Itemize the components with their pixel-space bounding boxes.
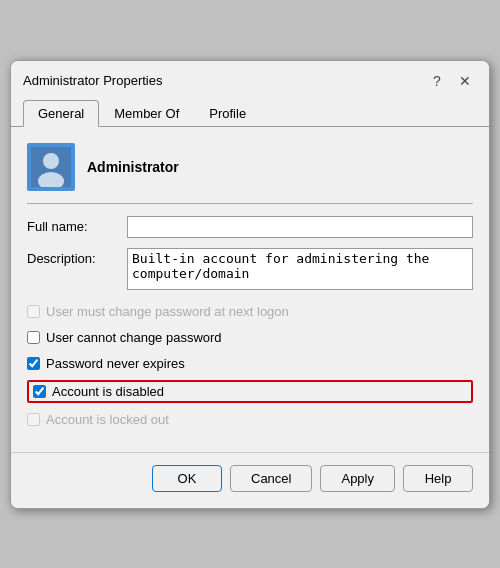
title-bar: Administrator Properties ? ✕ xyxy=(11,61,489,93)
window-title: Administrator Properties xyxy=(23,73,162,88)
checkbox-account-locked-out[interactable] xyxy=(27,413,40,426)
user-name: Administrator xyxy=(87,159,179,175)
user-header: Administrator xyxy=(27,143,473,191)
checkbox-account-disabled[interactable] xyxy=(33,385,46,398)
button-bar: OK Cancel Apply Help xyxy=(11,452,489,508)
label-cannot-change-password: User cannot change password xyxy=(46,330,222,345)
tab-general[interactable]: General xyxy=(23,100,99,127)
help-button[interactable]: ? xyxy=(425,69,449,93)
title-bar-left: Administrator Properties xyxy=(23,73,162,88)
label-account-locked-out: Account is locked out xyxy=(46,412,169,427)
checkbox-cannot-change-password[interactable] xyxy=(27,331,40,344)
close-button[interactable]: ✕ xyxy=(453,69,477,93)
apply-button[interactable]: Apply xyxy=(320,465,395,492)
cancel-button[interactable]: Cancel xyxy=(230,465,312,492)
tab-bar: General Member Of Profile xyxy=(11,93,489,126)
checkbox-row-never-expires: Password never expires xyxy=(27,354,473,373)
checkbox-row-locked-out: Account is locked out xyxy=(27,410,473,429)
checkbox-row-cannot-change: User cannot change password xyxy=(27,328,473,347)
divider-1 xyxy=(27,203,473,204)
fullname-input[interactable] xyxy=(127,216,473,238)
tab-member-of[interactable]: Member Of xyxy=(99,100,194,127)
fullname-row: Full name: xyxy=(27,216,473,238)
checkbox-group: User must change password at next logon … xyxy=(27,302,473,429)
help-dialog-button[interactable]: Help xyxy=(403,465,473,492)
description-input[interactable]: Built-in account for administering the c… xyxy=(127,248,473,290)
label-account-disabled: Account is disabled xyxy=(52,384,164,399)
ok-button[interactable]: OK xyxy=(152,465,222,492)
description-label: Description: xyxy=(27,248,127,266)
content-area: Administrator Full name: Description: Bu… xyxy=(11,126,489,452)
user-icon xyxy=(27,143,75,191)
checkbox-must-change-password[interactable] xyxy=(27,305,40,318)
checkbox-row-account-disabled: Account is disabled xyxy=(27,380,473,403)
label-password-never-expires: Password never expires xyxy=(46,356,185,371)
user-avatar-svg xyxy=(31,147,71,187)
checkbox-row-must-change: User must change password at next logon xyxy=(27,302,473,321)
svg-point-1 xyxy=(43,153,59,169)
dialog-window: Administrator Properties ? ✕ General Mem… xyxy=(10,60,490,509)
tab-profile[interactable]: Profile xyxy=(194,100,261,127)
label-must-change-password: User must change password at next logon xyxy=(46,304,289,319)
fullname-label: Full name: xyxy=(27,216,127,234)
description-row: Description: Built-in account for admini… xyxy=(27,248,473,290)
checkbox-password-never-expires[interactable] xyxy=(27,357,40,370)
title-bar-controls: ? ✕ xyxy=(425,69,477,93)
